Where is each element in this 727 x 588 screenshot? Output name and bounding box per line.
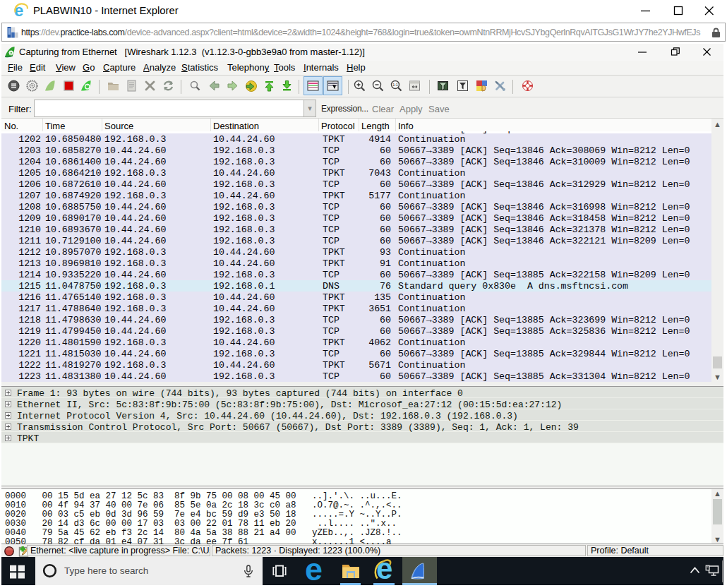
svg-text:1:1: 1:1 — [392, 83, 398, 87]
svg-text:e: e — [376, 558, 392, 582]
svg-text:e: e — [305, 558, 323, 582]
